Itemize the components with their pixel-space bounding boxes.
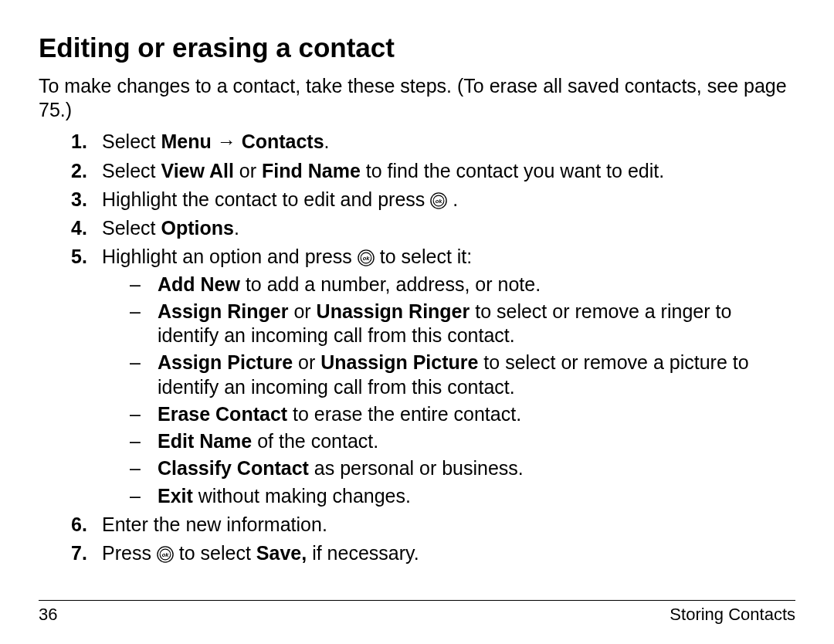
step-text: Select — [102, 217, 161, 239]
step-text: Select — [102, 130, 161, 152]
option-text: without making changes. — [193, 485, 411, 507]
option-text: as personal or business. — [309, 457, 524, 479]
step-number: 1. — [71, 130, 87, 154]
step-text: to select it: — [375, 246, 472, 267]
dash: – — [130, 429, 141, 453]
dash: – — [130, 402, 141, 426]
step-text: . — [234, 217, 239, 239]
step-text: to find the contact you want to edit. — [361, 160, 664, 181]
step-5: 5. Highlight an option and press to sele… — [39, 245, 795, 508]
step-bold: View All — [161, 160, 233, 181]
options-sublist: –Add New to add a number, address, or no… — [102, 273, 795, 508]
option-bold: Unassign Ringer — [317, 300, 470, 322]
step-7: 7. Press to select Save, if necessary. — [39, 541, 795, 565]
option-bold: Unassign Picture — [320, 351, 478, 373]
ok-button-icon — [157, 544, 174, 561]
step-1: 1. Select Menu → Contacts. — [39, 130, 795, 154]
option-bold: Edit Name — [158, 430, 252, 452]
step-number: 7. — [71, 541, 87, 565]
step-bold: Save, — [256, 542, 307, 564]
step-text: . — [447, 188, 458, 210]
section-name: Storing Contacts — [670, 604, 795, 625]
step-number: 5. — [71, 245, 87, 269]
page-number: 36 — [39, 604, 57, 625]
option-bold: Exit — [158, 485, 193, 507]
option-bold: Erase Contact — [158, 403, 287, 425]
option-bold: Assign Picture — [158, 351, 293, 373]
ok-button-icon — [430, 191, 447, 208]
step-bold: Menu — [161, 130, 211, 152]
dash: – — [130, 273, 141, 297]
step-bold: Contacts — [242, 130, 324, 152]
page-title: Editing or erasing a contact — [39, 31, 795, 65]
step-text: Enter the new information. — [102, 514, 327, 535]
option-text: to erase the entire contact. — [287, 403, 521, 425]
dash: – — [130, 484, 141, 508]
ok-button-icon — [358, 248, 375, 265]
option-bold: Assign Ringer — [158, 300, 288, 322]
step-number: 2. — [71, 159, 87, 183]
dash: – — [130, 351, 141, 375]
step-text: Select — [102, 160, 161, 181]
steps-list: 1. Select Menu → Contacts. 2. Select Vie… — [39, 130, 795, 565]
dash: – — [130, 456, 141, 480]
step-text: Highlight the contact to edit and press — [102, 188, 430, 210]
step-number: 3. — [71, 188, 87, 212]
option-bold: Add New — [158, 273, 240, 295]
option-bold: Classify Contact — [158, 457, 309, 479]
option-classify-contact: –Classify Contact as personal or busines… — [102, 456, 795, 480]
option-text: or — [293, 351, 320, 373]
option-add-new: –Add New to add a number, address, or no… — [102, 273, 795, 297]
step-number: 6. — [71, 513, 87, 537]
step-3: 3. Highlight the contact to edit and pre… — [39, 188, 795, 212]
option-text: or — [288, 300, 316, 322]
step-text: Press — [102, 542, 157, 564]
option-text: to add a number, address, or note. — [240, 273, 541, 295]
option-assign-picture: –Assign Picture or Unassign Picture to s… — [102, 351, 795, 399]
dash: – — [130, 300, 141, 324]
manual-page: Editing or erasing a contact To make cha… — [0, 0, 834, 644]
step-bold: Options — [161, 217, 233, 239]
step-number: 4. — [71, 216, 87, 240]
step-text: or — [234, 160, 262, 181]
arrow-icon: → — [212, 130, 242, 152]
step-text: to select — [174, 542, 256, 564]
option-text: of the contact. — [252, 430, 378, 452]
option-exit: –Exit without making changes. — [102, 484, 795, 508]
step-bold: Find Name — [262, 160, 361, 181]
page-footer: 36 Storing Contacts — [39, 600, 795, 625]
option-erase-contact: –Erase Contact to erase the entire conta… — [102, 402, 795, 426]
intro-paragraph: To make changes to a contact, take these… — [39, 74, 795, 123]
step-text: . — [324, 130, 330, 152]
option-edit-name: –Edit Name of the contact. — [102, 429, 795, 453]
step-6: 6. Enter the new information. — [39, 513, 795, 537]
step-text: Highlight an option and press — [102, 246, 358, 267]
option-assign-ringer: –Assign Ringer or Unassign Ringer to sel… — [102, 300, 795, 348]
step-4: 4. Select Options. — [39, 216, 795, 240]
step-text: if necessary. — [307, 542, 419, 564]
step-2: 2. Select View All or Find Name to find … — [39, 159, 795, 183]
